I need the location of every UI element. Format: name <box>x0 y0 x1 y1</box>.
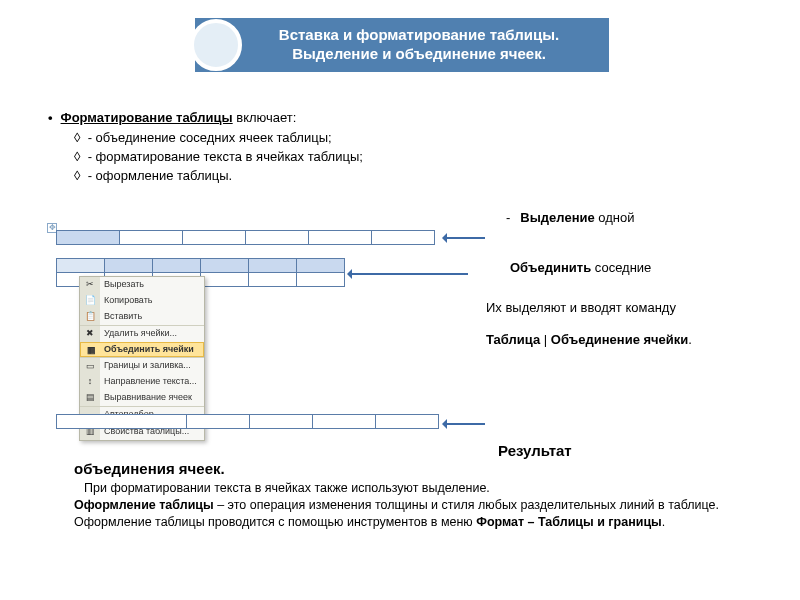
borders-icon: ▭ <box>83 360 97 372</box>
ctx-delete-cells[interactable]: ✖Удалить ячейки... <box>80 325 204 342</box>
ctx-merge-cells[interactable]: ▦Объединить ячейки <box>80 342 204 358</box>
ctx-cut[interactable]: ✂Вырезать <box>80 277 204 293</box>
arrow-icon <box>350 273 468 275</box>
explanation-paragraph: При форматировании текста в ячейках такж… <box>74 480 760 531</box>
body-text: • Форматирование таблицы включает: ◊ - о… <box>44 110 762 186</box>
align-icon: ▤ <box>83 392 97 404</box>
result-continuation: объединения ячеек. <box>74 460 225 477</box>
ctx-paste[interactable]: 📋Вставить <box>80 309 204 325</box>
para-bold-2: Формат – Таблицы и границы <box>476 515 662 529</box>
diamond-icon: ◊ <box>74 129 84 148</box>
diamond-icon: ◊ <box>74 167 84 186</box>
ctx-align-cells[interactable]: ▤Выравнивание ячеек <box>80 390 204 406</box>
caption-command-path: Таблица | Объединение ячейки. <box>486 332 692 347</box>
ctx-text-direction[interactable]: ↕Направление текста... <box>80 374 204 390</box>
copy-icon: 📄 <box>83 295 97 307</box>
title-banner: Вставка и форматирование таблицы. Выделе… <box>195 18 609 72</box>
para-tail: . <box>662 515 665 529</box>
ctx-borders-fill[interactable]: ▭Границы и заливка... <box>80 357 204 374</box>
title-line2: Выделение и объединение ячеек. <box>292 45 546 62</box>
table-example-single-select <box>56 230 435 245</box>
diamond-icon: ◊ <box>74 148 84 167</box>
result-label: Результат <box>498 442 572 459</box>
title-decor-circle <box>190 19 242 71</box>
ctx-copy[interactable]: 📄Копировать <box>80 293 204 309</box>
caption-merge-adjacent: Объединить соседние <box>510 260 651 275</box>
caption-command-intro: Их выделяют и вводят команду <box>486 300 676 315</box>
para-bold-1: Оформление таблицы <box>74 498 214 512</box>
heading-bold: Форматирование таблицы <box>61 110 233 125</box>
title-line1: Вставка и форматирование таблицы. <box>279 26 559 43</box>
merge-icon: ▦ <box>84 345 98 357</box>
sub-b: - форматирование текста в ячейках таблиц… <box>88 149 363 164</box>
para-line1: При форматировании текста в ячейках такж… <box>74 480 760 497</box>
paste-icon: 📋 <box>83 311 97 323</box>
cut-icon: ✂ <box>83 279 97 291</box>
arrow-icon <box>445 423 485 425</box>
sub-c: - оформление таблицы. <box>88 168 233 183</box>
bullet-icon: • <box>48 110 53 125</box>
delete-icon: ✖ <box>83 328 97 340</box>
arrow-icon <box>445 237 485 239</box>
sub-a: - объединение соседних ячеек таблицы; <box>88 130 332 145</box>
table-example-merged <box>56 414 439 429</box>
caption-select-one: -Выделение одной <box>506 210 635 225</box>
heading-rest: включает: <box>233 110 297 125</box>
direction-icon: ↕ <box>83 376 97 388</box>
